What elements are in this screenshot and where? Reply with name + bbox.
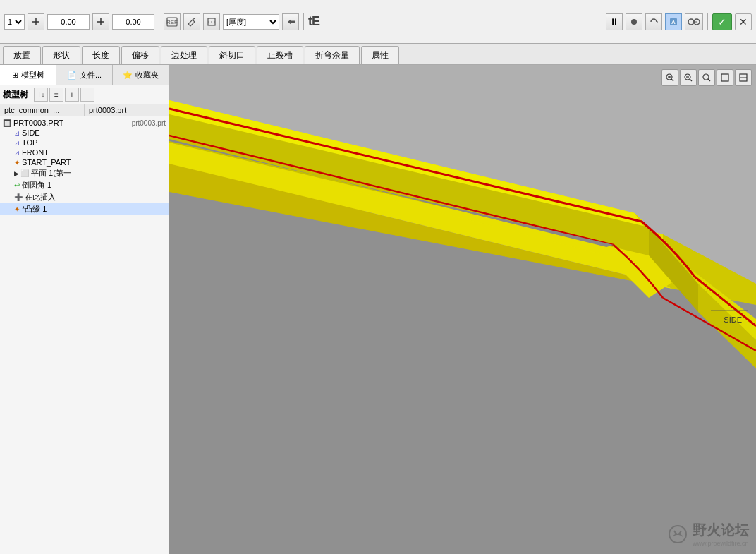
side-icon: ⊿: [14, 129, 20, 137]
viewport-toolbar: [662, 69, 752, 86]
stop-button[interactable]: [626, 13, 642, 30]
fillet-label: 倒圆角 1: [22, 180, 51, 191]
favorites-label: 收藏夹: [135, 70, 159, 80]
zoom-in-button[interactable]: [662, 69, 678, 86]
active-icon-button[interactable]: A: [665, 13, 682, 30]
tab-shape[interactable]: 形状: [42, 46, 80, 64]
plane1-arrow: ▶: [14, 170, 19, 177]
cancel-button[interactable]: ✕: [735, 13, 752, 30]
input-value-2[interactable]: [112, 14, 154, 30]
tab-length[interactable]: 长度: [82, 46, 120, 64]
svg-text:REF: REF: [166, 19, 178, 25]
3d-scene: [169, 65, 756, 554]
top-label: TOP: [22, 138, 37, 147]
tab-bend-allowance[interactable]: 折弯余量: [305, 46, 360, 64]
tree-view-button[interactable]: ≡: [49, 88, 63, 102]
favorites-icon: ⭐: [123, 71, 133, 80]
column-common: ptc_common_...: [0, 104, 85, 116]
front-label: FRONT: [22, 148, 49, 157]
tree-expand-button[interactable]: +: [65, 88, 79, 102]
separator-3: [707, 13, 708, 30]
svg-line-6: [193, 18, 195, 20]
view-normal-button[interactable]: [717, 69, 733, 86]
prt0003-icon: 🔲: [3, 119, 11, 127]
sidebar-tab-favorites[interactable]: ⭐ 收藏夹: [113, 65, 169, 85]
model-tree-content: 🔲 PRT0003.PRT prt0003.prt ⊿ SIDE ⊿ TOP ⊿…: [0, 116, 169, 554]
dropdown-filter[interactable]: 1: [4, 14, 25, 30]
tree-item-prt0003[interactable]: 🔲 PRT0003.PRT prt0003.prt: [0, 118, 169, 128]
tree-collapse-button[interactable]: −: [80, 88, 94, 102]
tree-item-fillet[interactable]: ↩ 倒圆角 1: [0, 179, 169, 191]
tree-item-start-part[interactable]: ✦ START_PART: [0, 157, 169, 167]
tab-offset[interactable]: 偏移: [121, 46, 159, 64]
top-icon: ⊿: [14, 139, 20, 147]
watermark: 野火论坛 www.proewildfire.cn: [667, 521, 749, 547]
toolbar-btn-sketch[interactable]: [203, 13, 220, 30]
files-icon: 📄: [67, 71, 77, 80]
main-area: ⊞ 模型树 📄 文件... ⭐ 收藏夹 模型树 T↓ ≡ + − ptc_com…: [0, 65, 756, 554]
sidebar-column-headers: ptc_common_... prt0003.prt: [0, 104, 169, 116]
toolbar-right-group: ⏸ A ✓ ✕: [606, 13, 752, 30]
svg-point-10: [631, 19, 637, 25]
sidebar-tab-bar: ⊞ 模型树 📄 文件... ⭐ 收藏夹: [0, 65, 169, 85]
zoom-out-button[interactable]: [680, 69, 697, 86]
prt0003-label: PRT0003.PRT: [13, 119, 63, 127]
svg-marker-9: [288, 19, 295, 25]
view-mode-button[interactable]: [735, 69, 752, 86]
toolbar-btn-arrow[interactable]: [282, 13, 299, 30]
toolbar-btn-2[interactable]: [92, 13, 109, 30]
confirm-button[interactable]: ✓: [712, 13, 732, 30]
tab-bar: 放置 形状 长度 偏移 边处理 斜切口 止裂槽 折弯余量 属性: [0, 44, 756, 65]
flange-icon: ✦: [14, 205, 20, 213]
te-label: tE: [308, 14, 319, 29]
glasses-button[interactable]: [685, 13, 703, 30]
tab-placement[interactable]: 放置: [3, 46, 41, 64]
tree-item-side[interactable]: ⊿ SIDE: [0, 128, 169, 138]
tab-edge-processing[interactable]: 边处理: [161, 46, 207, 64]
tree-item-plane1[interactable]: ▶ ⬜ 平面 1(第一: [0, 167, 169, 179]
zoom-fit-button[interactable]: [698, 69, 715, 86]
svg-line-21: [671, 79, 673, 81]
toolbar-btn-ref[interactable]: REF: [164, 13, 181, 30]
viewport: SIDE 野火论坛 www.proewildfire.cn: [169, 65, 756, 554]
files-label: 文件...: [80, 70, 102, 80]
tree-sort-button[interactable]: T↓: [34, 88, 48, 102]
svg-marker-11: [657, 20, 658, 23]
tab-bevel[interactable]: 斜切口: [209, 46, 255, 64]
prt0003-filename: prt0003.prt: [132, 119, 166, 127]
watermark-title: 野火论坛: [693, 521, 749, 540]
sidebar-tab-files[interactable]: 📄 文件...: [56, 65, 113, 85]
svg-point-14: [688, 19, 694, 25]
sidebar: ⊞ 模型树 📄 文件... ⭐ 收藏夹 模型树 T↓ ≡ + − ptc_com…: [0, 65, 169, 554]
svg-rect-27: [721, 74, 728, 81]
model-tree-label: 模型树: [21, 70, 44, 80]
svg-point-25: [703, 74, 709, 80]
tree-item-insert[interactable]: ➕ 在此插入: [0, 191, 169, 203]
tree-item-front[interactable]: ⊿ FRONT: [0, 147, 169, 157]
pause-button[interactable]: ⏸: [606, 13, 623, 30]
front-icon: ⊿: [14, 149, 20, 157]
separator-1: [159, 13, 159, 30]
sidebar-tab-model-tree[interactable]: ⊞ 模型树: [0, 65, 56, 85]
tree-item-flange[interactable]: ✦ *凸缘 1: [0, 203, 169, 215]
tree-item-top[interactable]: ⊿ TOP: [0, 138, 169, 147]
model-tree-icon: ⊞: [12, 71, 18, 80]
svg-line-24: [690, 79, 692, 81]
tab-crack-stop[interactable]: 止裂槽: [257, 46, 303, 64]
tab-properties[interactable]: 属性: [361, 46, 399, 64]
top-toolbar: 1 REF [厚度] tE ⏸ A: [0, 0, 756, 44]
sidebar-inner-toolbar: 模型树 T↓ ≡ + −: [0, 85, 169, 104]
dropdown-thickness[interactable]: [厚度]: [223, 14, 279, 30]
svg-text:A: A: [671, 19, 676, 25]
input-value-1[interactable]: [47, 14, 90, 30]
insert-label: 在此插入: [25, 192, 56, 203]
toolbar-btn-1[interactable]: [28, 13, 44, 30]
column-file: prt0003.prt: [85, 104, 169, 116]
side-label: SIDE: [22, 128, 40, 137]
sidebar-title: 模型树: [3, 89, 28, 101]
fillet-icon: ↩: [14, 181, 20, 189]
toolbar-btn-edit[interactable]: [183, 13, 200, 30]
watermark-url: www.proewildfire.cn: [693, 540, 749, 547]
rotate-button[interactable]: [645, 13, 662, 30]
flange-label: *凸缘 1: [22, 204, 47, 215]
